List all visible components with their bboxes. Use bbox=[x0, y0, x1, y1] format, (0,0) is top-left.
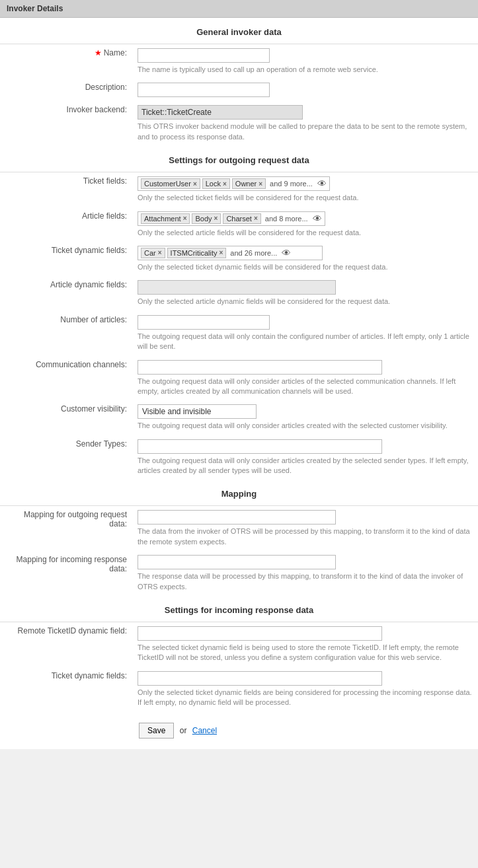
mapping-outgoing-input[interactable] bbox=[138, 510, 336, 524]
communication-channels-cell: The outgoing request data will only cons… bbox=[132, 356, 478, 401]
tag-remove-body[interactable]: × bbox=[214, 215, 218, 222]
page-title: Invoker Details bbox=[0, 0, 478, 18]
invoker-backend-hint: This OTRS invoker backend module will be… bbox=[138, 122, 473, 142]
tag-remove-car[interactable]: × bbox=[158, 249, 162, 256]
ticket-fields-more: and 9 more... bbox=[270, 180, 313, 188]
invoker-backend-value: Ticket::TicketCreate bbox=[138, 105, 303, 120]
save-row: Save or Cancel bbox=[0, 712, 478, 749]
article-dynamic-fields-label: Article dynamic fields: bbox=[0, 276, 132, 310]
ticket-fields-hint: Only the selected ticket fields will be … bbox=[138, 193, 473, 203]
number-of-articles-hint: The outgoing request data will only cont… bbox=[138, 332, 473, 352]
ticket-dynamic-fields-label: Ticket dynamic fields: bbox=[0, 242, 132, 276]
invoker-backend-label: Invoker backend: bbox=[0, 101, 132, 146]
tag-attachment: Attachment × bbox=[141, 213, 190, 224]
tag-remove-lock[interactable]: × bbox=[223, 180, 227, 188]
tag-customeruser: CustomerUser × bbox=[141, 178, 200, 189]
customer-visibility-cell: Visible and invisible The outgoing reque… bbox=[132, 400, 478, 435]
tag-charset: Charset × bbox=[223, 213, 260, 224]
outgoing-section-header: Settings for outgoing request data bbox=[0, 146, 478, 172]
sender-types-input[interactable] bbox=[138, 439, 382, 454]
article-fields-more: and 8 more... bbox=[265, 215, 308, 223]
tag-remove-owner[interactable]: × bbox=[259, 180, 262, 188]
ticket-dynamic-fields-more: and 26 more... bbox=[230, 249, 277, 257]
ticket-fields-eye-icon[interactable]: 👁 bbox=[317, 178, 327, 189]
sender-types-label: Sender Types: bbox=[0, 435, 132, 480]
general-section-header: General invoker data bbox=[0, 18, 478, 44]
customer-visibility-value[interactable]: Visible and invisible bbox=[138, 404, 257, 419]
incoming-section-header: Settings for incoming response data bbox=[0, 596, 478, 622]
ticket-fields-cell: CustomerUser × Lock × Owner × and 9 more… bbox=[132, 172, 478, 207]
description-input[interactable] bbox=[138, 83, 270, 97]
mapping-outgoing-label: Mapping for outgoing request data: bbox=[0, 506, 132, 551]
ticket-dynamic-fields-eye-icon[interactable]: 👁 bbox=[282, 248, 291, 258]
name-input[interactable] bbox=[138, 48, 270, 63]
article-fields-container[interactable]: Attachment × Body × Charset × and 8 more… bbox=[138, 211, 325, 226]
article-dynamic-fields-hint: Only the selected article dynamic fields… bbox=[138, 297, 473, 307]
mapping-incoming-input[interactable] bbox=[138, 555, 336, 569]
sender-types-hint: The outgoing request data will only cons… bbox=[138, 456, 473, 476]
communication-channels-input[interactable] bbox=[138, 360, 382, 375]
tag-lock: Lock × bbox=[202, 178, 230, 189]
cancel-button[interactable]: Cancel bbox=[192, 726, 217, 735]
tag-owner: Owner × bbox=[232, 178, 266, 189]
article-fields-hint: Only the selected article fields will be… bbox=[138, 228, 473, 238]
tag-car: Car × bbox=[141, 248, 165, 258]
tag-remove-itsm[interactable]: × bbox=[219, 249, 223, 256]
required-star: ★ bbox=[95, 48, 102, 57]
sender-types-cell: The outgoing request data will only cons… bbox=[132, 435, 478, 480]
customer-visibility-label: Customer visibility: bbox=[0, 400, 132, 435]
or-text: or bbox=[180, 726, 187, 735]
tag-remove-customeruser[interactable]: × bbox=[193, 180, 197, 188]
ticket-dynamic-fields-incoming-label: Ticket dynamic fields: bbox=[0, 667, 132, 712]
ticket-fields-container[interactable]: CustomerUser × Lock × Owner × and 9 more… bbox=[138, 176, 330, 191]
name-hint: The name is typically used to call up an… bbox=[138, 65, 473, 75]
remote-ticketid-label: Remote TicketID dynamic field: bbox=[0, 622, 132, 667]
mapping-incoming-cell: The response data will be processed by t… bbox=[132, 551, 478, 596]
number-of-articles-label: Number of articles: bbox=[0, 311, 132, 356]
mapping-outgoing-cell: The data from the invoker of OTRS will b… bbox=[132, 506, 478, 551]
tag-body: Body × bbox=[192, 213, 221, 224]
number-of-articles-input[interactable] bbox=[138, 315, 270, 330]
article-dynamic-fields-cell: Only the selected article dynamic fields… bbox=[132, 276, 478, 310]
tag-remove-charset[interactable]: × bbox=[254, 215, 258, 222]
save-button[interactable]: Save bbox=[139, 723, 174, 739]
article-fields-label: Article fields: bbox=[0, 207, 132, 242]
article-fields-eye-icon[interactable]: 👁 bbox=[313, 213, 322, 224]
description-label: Description: bbox=[0, 79, 132, 101]
ticket-dynamic-fields-incoming-input[interactable] bbox=[138, 671, 382, 686]
ticket-dynamic-fields-cell: Car × ITSMCriticality × and 26 more... 👁… bbox=[132, 242, 478, 276]
invoker-backend-field-cell: Ticket::TicketCreate This OTRS invoker b… bbox=[132, 101, 478, 146]
name-field-cell: The name is typically used to call up an… bbox=[132, 44, 478, 79]
mapping-section-header: Mapping bbox=[0, 480, 478, 506]
ticket-dynamic-fields-container[interactable]: Car × ITSMCriticality × and 26 more... 👁 bbox=[138, 246, 323, 260]
mapping-incoming-label: Mapping for incoming response data: bbox=[0, 551, 132, 596]
remote-ticketid-hint: The selected ticket dynamic field is bei… bbox=[138, 643, 473, 663]
tag-itsm: ITSMCriticality × bbox=[167, 248, 227, 258]
article-dynamic-fields-input[interactable] bbox=[138, 280, 336, 295]
tag-remove-attachment[interactable]: × bbox=[183, 215, 187, 222]
customer-visibility-hint: The outgoing request data will only cons… bbox=[138, 421, 473, 431]
remote-ticketid-input[interactable] bbox=[138, 626, 382, 641]
article-fields-cell: Attachment × Body × Charset × and 8 more… bbox=[132, 207, 478, 242]
remote-ticketid-cell: The selected ticket dynamic field is bei… bbox=[132, 622, 478, 667]
communication-channels-label: Communication channels: bbox=[0, 356, 132, 401]
name-label: ★Name: bbox=[0, 44, 132, 79]
description-field-cell bbox=[132, 79, 478, 101]
ticket-dynamic-fields-incoming-hint: Only the selected ticket dynamic fields … bbox=[138, 688, 473, 708]
communication-channels-hint: The outgoing request data will only cons… bbox=[138, 377, 473, 397]
mapping-incoming-hint: The response data will be processed by t… bbox=[138, 571, 473, 592]
ticket-dynamic-fields-hint: Only the selected ticket dynamic fields … bbox=[138, 262, 473, 272]
mapping-outgoing-hint: The data from the invoker of OTRS will b… bbox=[138, 526, 473, 547]
number-of-articles-cell: The outgoing request data will only cont… bbox=[132, 311, 478, 356]
ticket-fields-label: Ticket fields: bbox=[0, 172, 132, 207]
ticket-dynamic-fields-incoming-cell: Only the selected ticket dynamic fields … bbox=[132, 667, 478, 712]
